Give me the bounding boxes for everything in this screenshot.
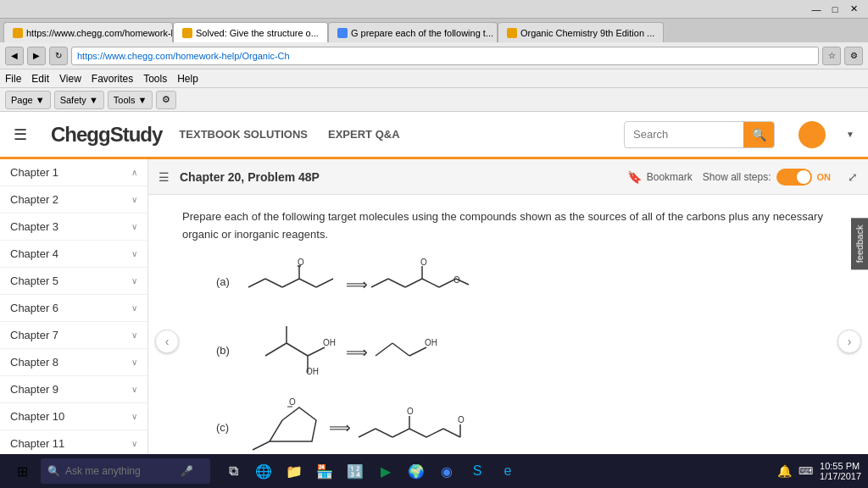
sidebar-item-chapter1[interactable]: Chapter 1 ∧ [0,159,147,186]
browser-tabs: https://www.chegg.com/homework-help/Orga… [0,19,868,42]
user-avatar[interactable] [798,121,826,148]
favorites-star[interactable]: ☆ [822,47,841,65]
menu-help[interactable]: Help [177,73,198,85]
svg-line-35 [359,429,376,437]
menu-view[interactable]: View [59,73,81,85]
nav-textbook-solutions[interactable]: TEXTBOOK SOLUTIONS [179,128,308,141]
microphone-icon[interactable]: 🎤 [181,465,193,477]
taskbar-notification-icon[interactable]: 🔔 [777,464,792,478]
taskbar-keyboard-icon[interactable]: ⌨ [798,465,813,477]
tab-label-1: https://www.chegg.com/homework-help/Orga… [26,28,173,38]
toggle-button[interactable] [776,169,812,186]
svg-line-9 [371,279,388,287]
user-dropdown-arrow[interactable]: ▼ [846,130,854,139]
tab-favicon-3 [337,28,348,38]
chevron-down-icon: ∨ [131,439,137,448]
svg-line-20 [287,343,308,356]
browser-tab-2[interactable]: Solved: Give the structure o... [173,22,328,42]
taskbar-media-icon[interactable]: ▶ [373,458,398,484]
sidebar-chapter6-label: Chapter 6 [10,302,58,314]
structure-row-b: (b) OH OH [216,322,800,381]
browser-tab-3[interactable]: G prepare each of the following t... [328,22,498,42]
hamburger-menu[interactable]: ☰ [14,125,27,144]
next-problem-button[interactable]: › [837,330,861,353]
sidebar-chapter11-label: Chapter 11 [10,437,64,450]
sidebar-item-chapter9[interactable]: Chapter 9 ∨ [0,376,147,403]
task-view-button[interactable]: ⧉ [220,458,246,484]
svg-text:O: O [407,407,414,416]
tab-favicon-4 [507,28,517,38]
forward-button[interactable]: ▶ [27,47,46,65]
taskbar-edge-icon[interactable]: 🌐 [251,458,276,484]
feedback-tab[interactable]: feedback [851,219,868,270]
chegg-logo-text2: Study [110,123,163,146]
toolbar-extra[interactable]: ⚙ [156,91,176,109]
browser-tab-1[interactable]: https://www.chegg.com/homework-help/Orga… [3,22,173,42]
svg-text:⟹: ⟹ [346,344,368,361]
taskbar-search-input[interactable] [65,465,175,477]
svg-line-18 [265,343,287,356]
taskbar-browser-icon[interactable]: 🌍 [403,458,429,484]
toolbar-tools[interactable]: Tools ▼ [108,91,153,109]
svg-line-28 [409,347,426,356]
taskbar-calc-icon[interactable]: 🔢 [342,458,368,484]
maximize-button[interactable]: □ [827,2,843,17]
taskbar-folder-icon[interactable]: 📁 [281,458,307,484]
start-button[interactable]: ⊞ [7,458,37,485]
menu-favorites[interactable]: Favorites [92,73,133,85]
sidebar-item-chapter3[interactable]: Chapter 3 ∨ [0,214,147,241]
browser-titlebar: — □ ✕ [0,0,868,19]
close-button[interactable]: ✕ [846,2,861,17]
sidebar-item-chapter8[interactable]: Chapter 8 ∨ [0,349,147,376]
sidebar-item-chapter4[interactable]: Chapter 4 ∨ [0,241,147,268]
chevron-down-icon: ∨ [131,222,137,231]
sidebar-chapter1-label: Chapter 1 [10,166,58,179]
bookmark-label: Bookmark [647,171,693,183]
sidebar-item-chapter5[interactable]: Chapter 5 ∨ [0,268,147,295]
sidebar-chapter7-label: Chapter 7 [10,329,58,341]
minimize-button[interactable]: — [809,2,824,17]
prev-problem-button[interactable]: ‹ [155,330,179,353]
taskbar-chrome-icon[interactable]: ◉ [434,458,459,484]
taskbar-ie-icon[interactable]: e [495,458,520,484]
tab-favicon-1 [13,28,23,38]
svg-line-27 [392,343,409,356]
taskbar-icons: ⧉ 🌐 📁 🏪 🔢 ▶ 🌍 ◉ S e [220,458,520,484]
list-icon[interactable]: ☰ [159,170,170,184]
taskbar-right: 🔔 ⌨ 10:55 PM 1/17/2017 [777,461,861,481]
toolbar-page[interactable]: Page ▼ [5,91,51,109]
toolbar-safety[interactable]: Safety ▼ [54,91,104,109]
browser-tab-4[interactable]: Organic Chemistry 9th Edition ... [498,22,664,42]
sidebar-chapter4-label: Chapter 4 [10,247,58,260]
svg-line-21 [308,347,325,356]
sidebar-chapter3-label: Chapter 3 [10,220,58,233]
sidebar-item-chapter6[interactable]: Chapter 6 ∨ [0,295,147,322]
nav-expert-qa[interactable]: EXPERT Q&A [328,128,400,141]
svg-line-36 [376,429,392,437]
svg-line-1 [265,279,282,287]
problem-description: Prepare each of the following target mol… [182,208,834,244]
chegg-header: ☰ CheggStudy TEXTBOOK SOLUTIONS EXPERT Q… [0,112,868,159]
browser-settings[interactable]: ⚙ [844,47,863,65]
sidebar-item-chapter2[interactable]: Chapter 2 ∨ [0,186,147,214]
address-bar[interactable]: https://www.chegg.com/homework-help/Orga… [71,47,819,65]
chevron-down-icon: ∨ [131,276,137,286]
svg-line-26 [376,343,392,356]
menu-edit[interactable]: Edit [31,73,49,85]
search-button[interactable]: 🔍 [743,121,774,148]
menu-tools[interactable]: Tools [143,73,167,85]
tab-favicon-2 [182,28,192,38]
sidebar-item-chapter7[interactable]: Chapter 7 ∨ [0,322,147,349]
taskbar-skype-icon[interactable]: S [465,458,490,484]
search-input[interactable] [625,128,743,141]
expand-icon[interactable]: ⤢ [848,170,858,184]
svg-text:O: O [289,397,296,407]
taskbar-search-box: 🔍 🎤 [41,458,210,484]
refresh-button[interactable]: ↻ [49,47,68,65]
sidebar-item-chapter10[interactable]: Chapter 10 ∨ [0,403,147,430]
bookmark-area: 🔖 Bookmark [627,170,693,184]
back-button[interactable]: ◀ [5,47,24,65]
menu-file[interactable]: File [5,73,21,85]
bookmark-icon[interactable]: 🔖 [627,170,642,184]
taskbar-store-icon[interactable]: 🏪 [312,458,337,484]
